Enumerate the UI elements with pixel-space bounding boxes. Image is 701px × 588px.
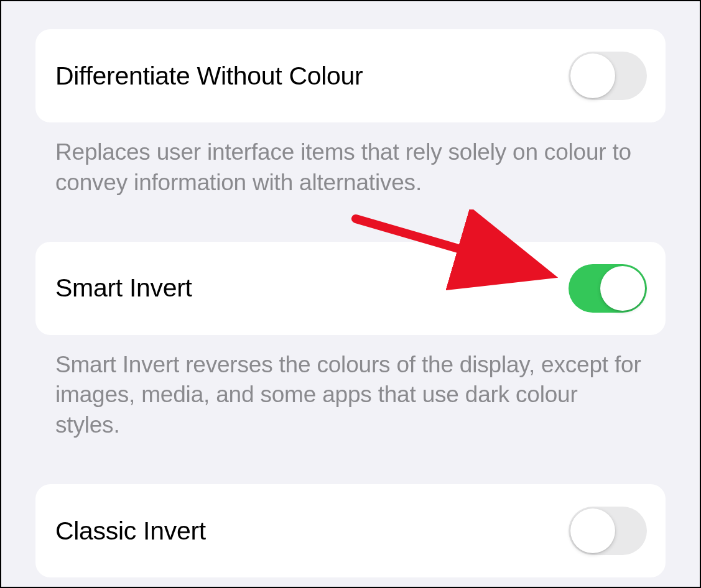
classic-invert-label: Classic Invert — [55, 517, 206, 546]
section-gap — [35, 441, 666, 484]
classic-invert-toggle[interactable] — [569, 507, 647, 555]
differentiate-without-colour-description: Replaces user interface items that rely … — [35, 122, 666, 198]
differentiate-without-colour-toggle[interactable] — [569, 52, 647, 100]
differentiate-without-colour-label: Differentiate Without Colour — [55, 62, 363, 91]
smart-invert-row[interactable]: Smart Invert — [35, 242, 666, 335]
section-gap — [35, 198, 666, 242]
smart-invert-label: Smart Invert — [55, 273, 192, 303]
smart-invert-description: Smart Invert reverses the colours of the… — [35, 335, 666, 441]
classic-invert-row[interactable]: Classic Invert — [35, 484, 666, 577]
smart-invert-toggle[interactable] — [569, 264, 647, 313]
settings-container: Differentiate Without Colour Replaces us… — [1, 1, 700, 588]
classic-invert-description: Classic Invert reverses the colours of t… — [35, 577, 666, 588]
toggle-knob — [570, 53, 615, 98]
toggle-knob — [600, 266, 645, 311]
differentiate-without-colour-row[interactable]: Differentiate Without Colour — [35, 29, 666, 122]
toggle-knob — [570, 508, 615, 553]
